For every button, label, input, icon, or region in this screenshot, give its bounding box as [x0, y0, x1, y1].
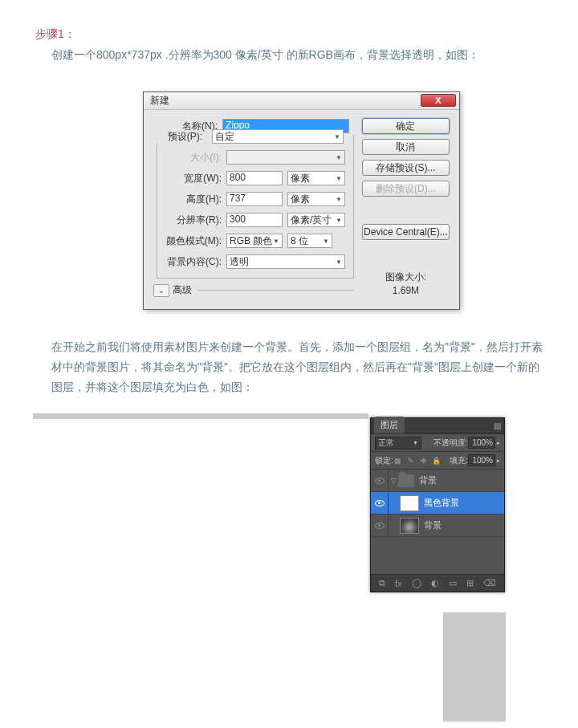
width-label: 宽度(W):: [157, 172, 222, 185]
layers-panel: 图层 ▤ 正常▼ 不透明度: 100% ▸ 锁定: ▦ ✎ ✥ 🔒 填充: 10…: [370, 417, 505, 592]
chevron-right-icon[interactable]: ▸: [497, 458, 500, 464]
chevron-down-icon: ▼: [336, 175, 342, 182]
visibility-toggle[interactable]: [371, 470, 389, 491]
colormode-dropdown[interactable]: RGB 颜色▼: [226, 234, 283, 248]
delete-layer-icon[interactable]: ⌫: [483, 578, 496, 588]
lock-paint-icon[interactable]: ✎: [406, 456, 416, 466]
folder-icon: [398, 474, 414, 487]
panel-menu-icon[interactable]: ▤: [494, 421, 501, 430]
colordepth-dropdown[interactable]: 8 位▼: [287, 234, 332, 248]
eye-icon: [375, 478, 385, 484]
chevron-right-icon[interactable]: ▸: [497, 440, 500, 446]
height-input[interactable]: 737: [226, 192, 283, 206]
ok-button[interactable]: 确定: [362, 118, 450, 134]
device-central-button[interactable]: Device Central(E)...: [362, 224, 450, 240]
layer-fx-icon[interactable]: fx: [395, 579, 402, 588]
chevron-down-icon: ▼: [323, 238, 329, 245]
lock-label: 锁定:: [375, 455, 393, 466]
image-size-info: 图像大小: 1.69M: [362, 270, 450, 298]
blend-mode-dropdown[interactable]: 正常▼: [375, 437, 421, 449]
size-label: 大小(I):: [157, 151, 222, 165]
dialog-titlebar[interactable]: 新建 X: [144, 92, 459, 110]
disclosure-icon[interactable]: ▽: [389, 477, 398, 485]
colormode-label: 颜色模式(M):: [157, 234, 222, 248]
step-heading: 步骤1：: [0, 0, 578, 42]
chevron-down-icon: ▼: [336, 217, 342, 224]
eye-icon: [375, 500, 385, 506]
placeholder-bar: [33, 413, 368, 419]
preset-label: 预设(P):: [153, 130, 202, 144]
layer-group-row[interactable]: ▽ 背景: [371, 470, 504, 492]
bgcontents-label: 背景内容(C):: [157, 255, 222, 269]
eye-icon: [375, 523, 385, 529]
chevron-down-icon: ▼: [334, 133, 340, 140]
width-unit-dropdown[interactable]: 像素▼: [287, 171, 345, 185]
size-dropdown: ▼: [226, 150, 345, 165]
resolution-unit-dropdown[interactable]: 像素/英寸▼: [287, 213, 345, 227]
layer-name: 背景: [424, 519, 442, 531]
resolution-label: 分辨率(R):: [157, 214, 222, 227]
layer-row[interactable]: 背景: [371, 514, 504, 537]
layer-row[interactable]: 黑色背景: [371, 492, 504, 514]
resolution-input[interactable]: 300: [226, 213, 283, 227]
adjustment-layer-icon[interactable]: ◐: [431, 578, 439, 588]
lock-all-icon[interactable]: 🔒: [432, 456, 442, 466]
layer-name: 背景: [419, 474, 437, 486]
chevron-down-icon: ▼: [273, 238, 279, 245]
layers-tab[interactable]: 图层: [374, 417, 405, 433]
fill-label: 填充:: [450, 455, 468, 466]
width-input[interactable]: 800: [226, 171, 283, 185]
layer-thumbnail: [400, 518, 419, 534]
delete-preset-button: 删除预设(D)...: [362, 181, 450, 197]
opacity-input[interactable]: 100%: [468, 437, 495, 449]
chevron-down-icon: ▼: [336, 154, 342, 161]
layer-thumbnail: [400, 495, 419, 511]
blend-row: 正常▼ 不透明度: 100% ▸: [371, 434, 504, 452]
fill-input[interactable]: 100%: [468, 454, 495, 466]
dialog-title: 新建: [150, 94, 169, 108]
divider: [197, 290, 354, 291]
bgcontents-dropdown[interactable]: 透明▼: [226, 254, 345, 269]
visibility-toggle[interactable]: [371, 492, 389, 514]
placeholder-block: [443, 612, 506, 722]
preset-dropdown[interactable]: 自定▼: [212, 129, 344, 144]
chevron-down-icon: ▼: [336, 258, 342, 266]
layer-list: ▽ 背景 黑色背景 背景: [371, 470, 504, 574]
new-layer-icon[interactable]: ⊞: [466, 578, 474, 588]
new-group-icon[interactable]: ▭: [449, 578, 457, 588]
lock-row: 锁定: ▦ ✎ ✥ 🔒 填充: 100% ▸: [371, 452, 504, 470]
visibility-toggle[interactable]: [371, 514, 389, 536]
advanced-expand-button[interactable]: ⌄: [153, 284, 169, 297]
layer-name: 黑色背景: [424, 497, 459, 509]
layer-mask-icon[interactable]: ◯: [412, 578, 421, 588]
chevron-down-icon: ▼: [413, 440, 418, 445]
height-unit-dropdown[interactable]: 像素▼: [287, 192, 345, 206]
opacity-label: 不透明度:: [434, 437, 468, 449]
panel-tab-row: 图层 ▤: [371, 418, 504, 434]
close-button[interactable]: X: [421, 94, 456, 107]
link-layers-icon[interactable]: ⧉: [379, 578, 385, 588]
save-preset-button[interactable]: 存储预设(S)...: [362, 160, 450, 176]
lock-transparent-icon[interactable]: ▦: [393, 456, 403, 466]
intro-paragraph: 创建一个800px*737px .分辨率为300 像素/英寸 的新RGB画布，背…: [0, 42, 578, 65]
new-document-dialog: 新建 X 名称(N): Zippo X 预设(P): 自定▼ 大小: [143, 92, 460, 310]
height-label: 高度(H):: [157, 193, 222, 206]
cancel-button[interactable]: 取消: [362, 139, 450, 155]
chevron-down-icon: ▼: [336, 196, 342, 203]
lock-move-icon[interactable]: ✥: [419, 456, 429, 466]
advanced-label: 高级: [173, 283, 192, 297]
second-paragraph: 在开始之前我们将使用素材图片来创建一个背景。首先，添加一个图层组，名为"背景"，…: [0, 334, 578, 398]
panel-footer: ⧉ fx ◯ ◐ ▭ ⊞ ⌫: [371, 574, 504, 592]
